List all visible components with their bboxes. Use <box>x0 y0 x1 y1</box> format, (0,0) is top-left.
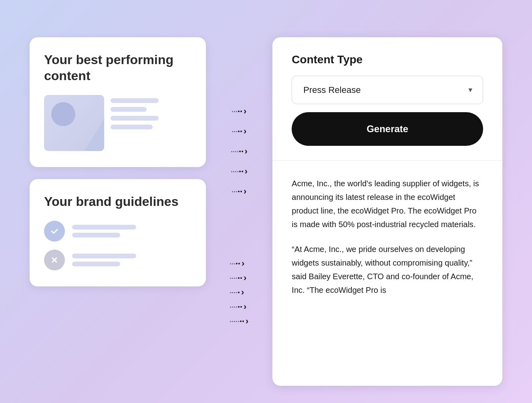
brand-line <box>72 254 136 258</box>
arrow-10: › <box>230 317 248 326</box>
arrow-head-icon: › <box>244 107 246 116</box>
line-bar <box>111 107 147 112</box>
card2-title: Your brand guidelines <box>44 193 191 210</box>
line-bar <box>111 125 153 129</box>
dot <box>230 278 231 279</box>
arrow-9: › <box>230 302 248 311</box>
arrow-7: › <box>230 274 248 282</box>
dot <box>233 171 234 172</box>
dot <box>231 151 232 152</box>
right-panel: Content Type Press Release Blog Post Soc… <box>272 37 502 386</box>
arrow-dots <box>230 306 242 308</box>
arrow-head-icon: › <box>242 259 244 268</box>
check-icon-circle <box>44 221 65 242</box>
dot <box>236 191 237 192</box>
dot <box>238 191 240 192</box>
dot <box>238 131 240 132</box>
brand-items <box>44 221 191 270</box>
dot <box>238 111 240 112</box>
thumb-circle <box>51 102 75 126</box>
dot <box>236 278 237 279</box>
dot <box>239 171 241 172</box>
dot <box>236 306 237 308</box>
dot <box>242 151 243 152</box>
dot <box>237 171 238 172</box>
arrow-dots <box>232 131 242 132</box>
left-panel: Your best performing content Your brand … <box>30 37 206 286</box>
dot <box>232 321 233 322</box>
dot <box>238 277 240 279</box>
arrow-6: › <box>230 259 248 268</box>
card1-title: Your best performing content <box>44 52 191 84</box>
dot <box>238 263 240 264</box>
dot <box>236 292 237 293</box>
brand-line <box>72 225 136 230</box>
dot <box>232 292 233 293</box>
generated-content-area: Acme, Inc., the world's leading supplier… <box>272 161 502 386</box>
dot <box>232 278 233 279</box>
content-type-select[interactable]: Press Release Blog Post Social Media Pos… <box>292 76 483 104</box>
dot <box>232 191 233 192</box>
dot <box>236 111 237 112</box>
dot <box>232 111 233 112</box>
arrow-1: › <box>232 107 246 116</box>
arrow-head-icon: › <box>246 317 248 326</box>
dot <box>240 277 242 279</box>
arrow-3: › <box>231 147 248 156</box>
dot <box>240 131 242 132</box>
dot <box>238 321 239 322</box>
dot <box>234 131 235 132</box>
arrow-2: › <box>232 127 246 136</box>
arrow-dots <box>230 320 244 322</box>
arrow-head-icon: › <box>245 147 248 156</box>
dot <box>235 171 236 172</box>
dot <box>234 321 235 322</box>
dot <box>230 263 231 264</box>
brand-guidelines-card: Your brand guidelines <box>30 179 206 286</box>
content-lines <box>111 95 159 129</box>
arrow-dots <box>231 171 243 172</box>
dot <box>238 306 240 308</box>
dot <box>230 306 231 308</box>
content-type-heading: Content Type <box>292 53 483 66</box>
best-content-card: Your best performing content <box>30 37 206 167</box>
checkmark-icon <box>50 226 59 236</box>
dot <box>234 306 235 308</box>
arrow-head-icon: › <box>244 274 246 282</box>
card1-illustration <box>44 95 191 151</box>
content-type-select-wrapper[interactable]: Press Release Blog Post Social Media Pos… <box>292 76 483 104</box>
line-bar <box>111 98 159 103</box>
brand-line <box>72 262 120 266</box>
arrow-dots <box>231 151 243 152</box>
generate-button[interactable]: Generate <box>292 112 483 146</box>
dot <box>240 111 242 112</box>
brand-line <box>72 233 120 238</box>
content-paragraph-1: Acme, Inc., the world's leading supplier… <box>292 177 483 231</box>
arrows-connector: › › › <box>230 37 248 331</box>
arrow-head-icon: › <box>245 167 248 176</box>
arrow-dots <box>230 263 240 264</box>
arrow-8: › <box>230 288 248 297</box>
dot <box>236 263 238 264</box>
dot <box>239 151 241 152</box>
arrow-4: › <box>231 167 248 176</box>
brand-lines-check <box>72 225 136 238</box>
dot <box>240 320 242 322</box>
dot <box>237 151 238 152</box>
brand-item-cross <box>44 250 191 270</box>
brand-item-check <box>44 221 191 242</box>
dot <box>234 191 235 192</box>
dot <box>242 320 244 322</box>
arrow-head-icon: › <box>241 288 244 297</box>
content-paragraph-2: “At Acme, Inc., we pride ourselves on de… <box>292 242 483 297</box>
dot <box>230 292 231 293</box>
arrow-head-icon: › <box>244 187 246 196</box>
arrow-head-icon: › <box>244 127 246 136</box>
dot <box>236 321 237 322</box>
line-bar <box>111 116 159 121</box>
arrow-head-icon: › <box>244 302 246 311</box>
arrow-dots <box>232 191 242 192</box>
dot <box>234 263 235 264</box>
dot <box>236 131 237 132</box>
arrow-dots <box>232 111 242 112</box>
